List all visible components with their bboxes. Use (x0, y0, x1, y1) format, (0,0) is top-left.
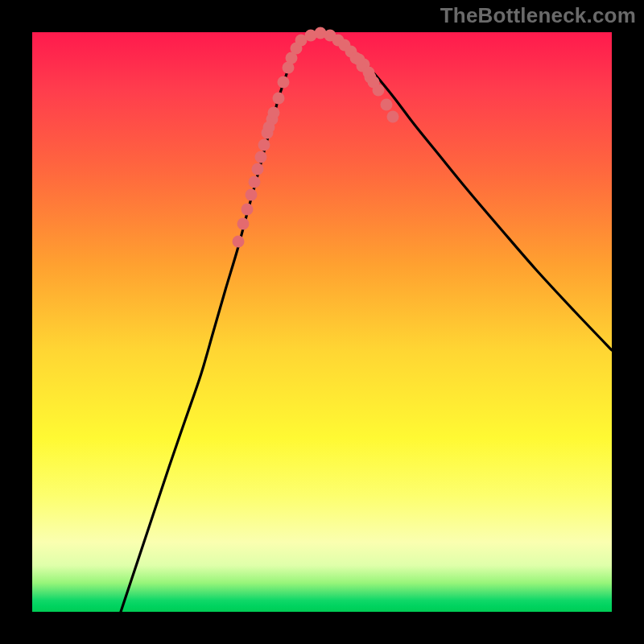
marker-point (246, 189, 258, 201)
marker-point (353, 54, 365, 66)
marker-point (263, 122, 275, 134)
marker-point (233, 236, 245, 248)
plot-area (32, 32, 612, 612)
marker-point (258, 139, 270, 151)
marker-point (278, 76, 290, 89)
marker-point (381, 99, 393, 111)
marker-group (233, 27, 399, 248)
marker-point (255, 151, 267, 163)
watermark-text: TheBottleneck.com (440, 3, 636, 28)
marker-point (237, 218, 250, 230)
marker-point (242, 204, 254, 216)
marker-point (268, 107, 280, 119)
marker-point (368, 76, 380, 89)
marker-point (252, 163, 264, 175)
curve-layer (32, 32, 612, 612)
chart-frame: TheBottleneck.com (0, 0, 644, 644)
marker-point (273, 93, 285, 105)
marker-point (387, 111, 399, 123)
bottleneck-curve (121, 33, 612, 612)
marker-point (249, 176, 261, 188)
